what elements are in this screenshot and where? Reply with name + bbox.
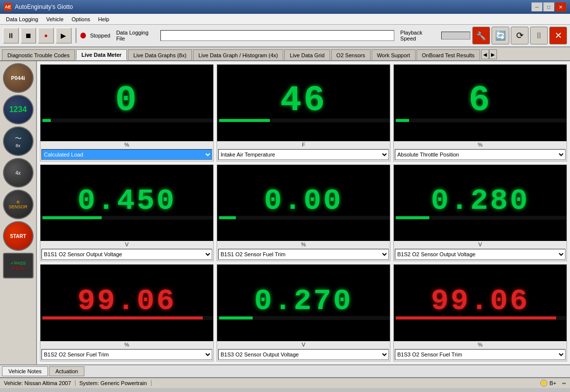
meter-unit-6: % — [40, 341, 213, 348]
meter-unit-7: V — [217, 341, 390, 348]
menu-help[interactable]: Help — [94, 14, 114, 24]
meter-display-3: 0.450 — [40, 165, 213, 241]
meter-bar-7 — [217, 316, 390, 320]
meter-bar-8 — [394, 316, 567, 320]
meter-bar-fill-4 — [219, 216, 236, 219]
toolbar-play-button[interactable]: ▶ — [56, 28, 72, 43]
toolbar-icon-refresh[interactable]: 🔄 — [492, 27, 509, 44]
status-indicator — [80, 33, 86, 39]
meter-bar-fill-2 — [396, 119, 409, 122]
title-bar: AE AutoEnginuity's Giotto ─ □ ✕ — [0, 0, 570, 14]
meter-bar-2 — [394, 118, 567, 122]
sidebar-btn-sensor[interactable]: ⚙ SENSOR — [3, 190, 34, 219]
tab-scroll-left[interactable]: ◀ — [481, 49, 489, 59]
meter-cell-2: 6 % Absolute Throttle Position — [393, 64, 567, 161]
menu-vehicle[interactable]: Vehicle — [42, 14, 67, 24]
close-button[interactable]: ✕ — [555, 2, 566, 11]
meter-select-row-7: B1S3 O2 Sensor Output Voltage — [217, 348, 390, 361]
tab-onboard-test[interactable]: OnBoard Test Results — [417, 49, 480, 60]
meter-cell-6: 99.06 % B1S2 O2 Sensor Fuel Trim — [40, 264, 214, 361]
main-area: P044i 1234 〜 8x 4x ⚙ SENSOR START ✓PASS … — [0, 61, 570, 364]
meter-bar-3 — [40, 216, 213, 220]
meter-select-2[interactable]: Absolute Throttle Position — [395, 149, 566, 160]
window-title: AutoEnginuity's Giotto — [15, 3, 73, 10]
tab-dtc[interactable]: Diagnostic Trouble Codes — [2, 49, 75, 60]
battery-status: B+ — [549, 380, 556, 386]
bottom-tab-vehicle-notes[interactable]: Vehicle Notes — [2, 366, 48, 376]
meter-display-0: 0 — [40, 65, 213, 141]
meter-select-row-5: B1S2 O2 Sensor Output Voltage — [394, 248, 567, 261]
meter-select-row-4: B1S1 O2 Sensor Fuel Trim — [217, 248, 390, 261]
meter-select-8[interactable]: B1S3 O2 Sensor Fuel Trim — [395, 349, 566, 360]
tab-live-data-grid[interactable]: Live Data Grid — [284, 49, 330, 60]
file-label: Data Logging File — [116, 30, 158, 41]
sidebar-btn-passfail[interactable]: ✓PASS ✗FAIL — [3, 253, 34, 278]
meter-display-8: 99.06 — [394, 265, 567, 341]
meter-select-7[interactable]: B1S3 O2 Sensor Output Voltage — [218, 349, 389, 360]
sidebar-btn-live[interactable]: 1234 — [3, 95, 34, 124]
playback-slider[interactable] — [441, 32, 470, 39]
meter-value-1: 46 — [280, 83, 327, 118]
tab-work-support[interactable]: Work Support — [372, 49, 416, 60]
toolbar-stop-button[interactable]: ⏹ — [21, 28, 37, 43]
toolbar-record-button[interactable]: ● — [38, 28, 54, 43]
sidebar-btn-dtc[interactable]: P044i — [3, 63, 34, 93]
meter-bar-4 — [217, 216, 390, 220]
meter-select-row-3: B1S1 O2 Sensor Output Voltage — [40, 248, 213, 261]
meter-bar-fill-7 — [219, 316, 253, 319]
toolbar-icon-pause2[interactable]: ⏸ — [530, 27, 548, 44]
meter-value-4: 0.00 — [264, 186, 343, 216]
battery-icon — [540, 380, 547, 387]
meter-cell-0: 0 % Calculated Load — [40, 64, 214, 161]
sidebar-btn-start[interactable]: START — [3, 221, 34, 251]
meter-select-3[interactable]: B1S1 O2 Sensor Output Voltage — [41, 249, 212, 260]
tab-o2-sensors[interactable]: O2 Sensors — [331, 49, 371, 60]
toolbar-icon-close2[interactable]: ✕ — [549, 27, 567, 44]
tab-scroll-right[interactable]: ▶ — [489, 49, 497, 59]
meter-select-0[interactable]: Calculated Load — [41, 149, 212, 160]
meter-select-4[interactable]: B1S1 O2 Sensor Fuel Trim — [218, 249, 389, 260]
meter-bar-fill-8 — [396, 316, 556, 319]
meter-unit-8: % — [394, 341, 567, 348]
toolbar-icon-sync[interactable]: ⟳ — [511, 27, 529, 44]
meter-display-5: 0.280 — [394, 165, 567, 241]
sidebar-btn-graph8x[interactable]: 〜 8x — [3, 126, 34, 156]
maximize-button[interactable]: □ — [543, 2, 554, 11]
meter-unit-3: V — [40, 241, 213, 248]
tab-live-data-meter[interactable]: Live Data Meter — [76, 49, 127, 60]
meter-bar-fill-5 — [396, 216, 429, 219]
sidebar: P044i 1234 〜 8x 4x ⚙ SENSOR START ✓PASS … — [0, 61, 37, 364]
app-icon: AE — [4, 3, 12, 11]
meter-select-row-6: B1S2 O2 Sensor Fuel Trim — [40, 348, 213, 361]
meter-bar-1 — [217, 118, 390, 122]
menu-data-logging[interactable]: Data Logging — [2, 14, 42, 24]
meter-select-5[interactable]: B1S2 O2 Sensor Output Voltage — [395, 249, 566, 260]
meter-display-2: 6 — [394, 65, 567, 141]
meter-select-row-2: Absolute Throttle Position — [394, 148, 567, 161]
meter-select-1[interactable]: Intake Air Temperature — [218, 149, 389, 160]
tab-live-data-histogram[interactable]: Live Data Graph / Histogram (4x) — [193, 49, 283, 60]
meter-bar-5 — [394, 216, 567, 220]
minimize-button[interactable]: ─ — [532, 2, 542, 11]
meter-cell-7: 0.270 V B1S3 O2 Sensor Output Voltage — [217, 264, 390, 361]
tab-live-data-graphs-8x[interactable]: Live Data Graphs (8x) — [128, 49, 192, 60]
menu-options[interactable]: Options — [68, 14, 94, 24]
meter-value-8: 99.06 — [431, 286, 530, 316]
meter-unit-0: % — [40, 141, 213, 148]
meter-value-0: 0 — [115, 83, 138, 118]
meter-cell-4: 0.00 % B1S1 O2 Sensor Fuel Trim — [217, 164, 390, 262]
meter-value-6: 99.06 — [77, 286, 176, 316]
corner-indicator: ▪▪ — [562, 380, 566, 386]
bottom-tab-actuation[interactable]: Actuation — [49, 366, 84, 376]
meter-value-7: 0.270 — [254, 286, 353, 316]
meter-value-2: 6 — [468, 83, 492, 118]
toolbar-pause-button[interactable]: ⏸ — [3, 28, 19, 43]
system-info: System: Generic Powertrain — [79, 380, 147, 386]
meter-select-6[interactable]: B1S2 O2 Sensor Fuel Trim — [41, 349, 212, 360]
file-input[interactable] — [160, 30, 394, 41]
meter-cell-8: 99.06 % B1S3 O2 Sensor Fuel Trim — [393, 264, 567, 361]
toolbar-icon-diag[interactable]: 🔧 — [472, 27, 490, 44]
meter-bar-fill-0 — [42, 119, 51, 122]
sidebar-btn-graph4x[interactable]: 4x — [3, 158, 34, 188]
meter-unit-5: V — [394, 241, 567, 248]
